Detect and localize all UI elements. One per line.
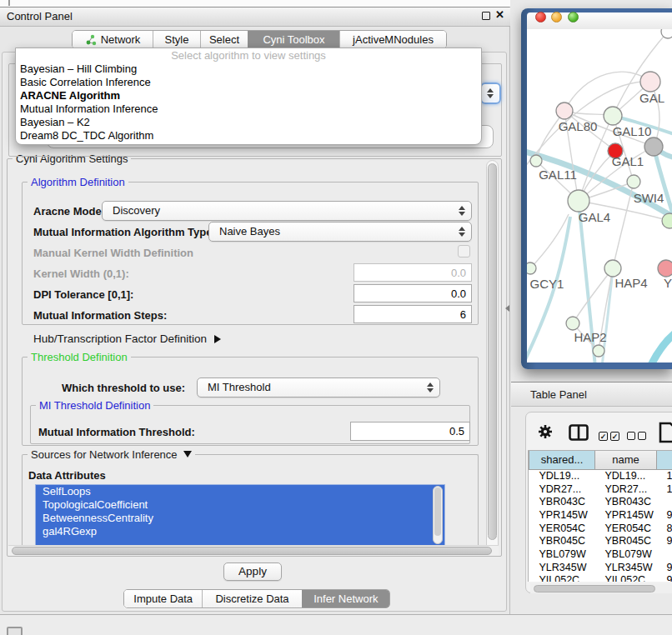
table-row[interactable]: YBR045CYBR045C9. bbox=[529, 534, 672, 548]
settings-horizontal-scrollbar-thumb[interactable] bbox=[12, 547, 492, 555]
manual-kernel-width-checkbox[interactable] bbox=[458, 245, 470, 258]
tab-network[interactable]: Network bbox=[73, 31, 153, 48]
aracne-mode-combobox[interactable]: Discovery bbox=[102, 201, 472, 221]
table-row[interactable]: YBR043CYBR043C bbox=[529, 495, 672, 508]
table-cell[interactable]: YDL19... bbox=[529, 469, 595, 482]
table-row[interactable]: YIL052CYIL052C9. bbox=[529, 574, 672, 582]
table-cell[interactable]: YER054C bbox=[595, 522, 657, 535]
table-cell[interactable]: 13 bbox=[657, 469, 672, 482]
network-node-SWI4[interactable] bbox=[662, 213, 672, 228]
column-header-name[interactable]: name bbox=[595, 451, 657, 469]
table-cell[interactable]: YBL079W bbox=[529, 548, 595, 561]
table-cell[interactable]: YBR045C bbox=[595, 534, 657, 548]
table-row[interactable]: YER054CYER054C8. bbox=[529, 522, 672, 535]
network-canvas[interactable]: GALGAL80GAL10GAL1GAL11GAL4SWI4GCY1HAP4YH… bbox=[527, 29, 672, 362]
table-cell[interactable]: YLR345W bbox=[529, 561, 595, 574]
table-cell[interactable]: YDL19... bbox=[595, 469, 657, 482]
table-row[interactable]: YLR345WYLR345W9. bbox=[529, 561, 672, 574]
hub-definition-expander[interactable]: Hub/Transcription Factor Definition bbox=[33, 332, 221, 345]
network-node-HAP2[interactable] bbox=[566, 317, 579, 330]
tab-impute-data[interactable]: Impute Data bbox=[124, 590, 202, 608]
network-node-GAL1[interactable] bbox=[627, 175, 640, 188]
table-cell[interactable]: YBR043C bbox=[529, 495, 595, 508]
network-window-titlebar[interactable] bbox=[527, 12, 672, 29]
tab-cyni-toolbox[interactable]: Cyni Toolbox bbox=[248, 31, 339, 48]
table-cell[interactable]: YPR145W bbox=[529, 508, 595, 522]
dpi-tolerance-field[interactable] bbox=[354, 284, 472, 302]
attributes-list-scrollbar-thumb[interactable] bbox=[434, 488, 441, 536]
float-icon[interactable] bbox=[482, 12, 490, 20]
table-cell[interactable]: YLR345W bbox=[595, 561, 657, 574]
network-node-GAL80[interactable] bbox=[556, 102, 573, 119]
splitter-collapse-icon[interactable] bbox=[505, 305, 509, 312]
data-attribute-item[interactable]: BetweennessCentrality bbox=[36, 512, 444, 525]
network-node-bottom-node[interactable] bbox=[593, 345, 604, 357]
algorithm-option[interactable]: Bayesian – K2 bbox=[16, 116, 481, 129]
close-traffic-light[interactable] bbox=[535, 12, 546, 22]
table-cell[interactable]: 8. bbox=[657, 522, 672, 535]
tab-discretize-data[interactable]: Discretize Data bbox=[202, 590, 301, 608]
table-cell[interactable] bbox=[657, 495, 672, 508]
mi-threshold-field[interactable] bbox=[350, 422, 470, 441]
new-table-icon[interactable] bbox=[659, 422, 672, 447]
algorithm-option[interactable]: Bayesian – Hill Climbing bbox=[16, 62, 481, 76]
table-cell[interactable]: YIL052C bbox=[595, 574, 657, 582]
network-node-HAP4[interactable] bbox=[604, 260, 621, 277]
table-cell[interactable]: 9. bbox=[657, 574, 672, 582]
data-attribute-item[interactable]: TopologicalCoefficient bbox=[36, 498, 444, 512]
tab-jactivemnodules[interactable]: jActiveMNodules bbox=[339, 31, 446, 48]
table-cell[interactable]: 9. bbox=[657, 534, 672, 548]
kernel-width-field[interactable] bbox=[354, 263, 472, 282]
table-row[interactable]: YDL19...YDL19...13 bbox=[529, 469, 672, 482]
algorithm-option[interactable]: Mutual Information Inference bbox=[16, 102, 481, 116]
select-checkboxes-icon[interactable]: ✓✓ bbox=[599, 428, 622, 442]
table-cell[interactable]: YBR045C bbox=[529, 534, 595, 548]
algorithm-option[interactable]: Dream8 DC_TDC Algorithm bbox=[16, 129, 481, 142]
table-cell[interactable]: YDR27... bbox=[529, 482, 595, 496]
table-cell[interactable]: 9. bbox=[657, 561, 672, 574]
column-header-shared-name[interactable]: shared... bbox=[529, 451, 595, 469]
data-attribute-item[interactable]: gal4RGexp bbox=[36, 525, 444, 538]
table-cell[interactable]: YPR145W bbox=[595, 508, 657, 522]
network-node-salmon[interactable] bbox=[658, 260, 672, 277]
column-view-icon[interactable] bbox=[569, 424, 589, 444]
tab-infer-network[interactable]: Infer Network bbox=[302, 590, 389, 608]
table-horizontal-scrollbar-thumb[interactable] bbox=[534, 585, 655, 592]
tab-style[interactable]: Style bbox=[153, 31, 200, 48]
table-cell[interactable]: YBL079W bbox=[595, 548, 657, 561]
network-node-GAL11[interactable] bbox=[530, 155, 542, 167]
zoom-traffic-light[interactable] bbox=[568, 12, 579, 22]
column-header-partial[interactable]: A bbox=[657, 451, 672, 469]
table-cell[interactable]: 9. bbox=[657, 508, 672, 522]
table-cell[interactable] bbox=[657, 548, 672, 561]
mi-algorithm-type-combobox[interactable]: Naive Bayes bbox=[208, 222, 472, 242]
network-node-GAL10[interactable] bbox=[604, 107, 622, 125]
close-icon[interactable]: ✕ bbox=[495, 8, 504, 21]
network-node-label: HAP2 bbox=[574, 330, 606, 344]
deselect-checkboxes-icon[interactable] bbox=[627, 428, 649, 443]
table-cell[interactable]: YBR043C bbox=[595, 495, 657, 508]
tab-select[interactable]: Select bbox=[200, 31, 248, 48]
settings-gear-icon[interactable] bbox=[538, 424, 553, 442]
which-threshold-combobox[interactable]: MI Threshold bbox=[197, 378, 440, 398]
network-node-GCY1[interactable] bbox=[527, 262, 536, 274]
table-cell[interactable]: YIL052C bbox=[529, 574, 595, 582]
settings-vertical-scrollbar-thumb[interactable] bbox=[488, 163, 497, 540]
table-row[interactable]: YBL079WYBL079W bbox=[529, 548, 672, 561]
minimize-traffic-light[interactable] bbox=[551, 12, 562, 22]
table-cell[interactable]: YER054C bbox=[529, 522, 595, 535]
table-cell[interactable]: YDR27... bbox=[595, 482, 657, 496]
algorithm-option[interactable]: Basic Correlation Inference bbox=[16, 76, 481, 89]
table-row[interactable]: YPR145WYPR145W9. bbox=[529, 508, 672, 522]
network-node-GAL-pink[interactable] bbox=[640, 72, 660, 92]
mi-steps-field[interactable] bbox=[354, 305, 472, 323]
corner-button[interactable] bbox=[7, 627, 23, 635]
algorithm-combobox-stepper[interactable] bbox=[480, 82, 501, 104]
algorithm-option[interactable]: ARACNE Algorithm bbox=[16, 89, 481, 102]
network-node-gray-node[interactable] bbox=[644, 138, 663, 156]
table-cell[interactable]: 12 bbox=[657, 482, 672, 496]
apply-button[interactable]: Apply bbox=[223, 562, 282, 581]
data-attribute-item[interactable]: SelfLoops bbox=[36, 485, 444, 498]
table-row[interactable]: YDR27...YDR27...12 bbox=[529, 482, 672, 496]
network-node-GAL4[interactable] bbox=[568, 190, 589, 212]
